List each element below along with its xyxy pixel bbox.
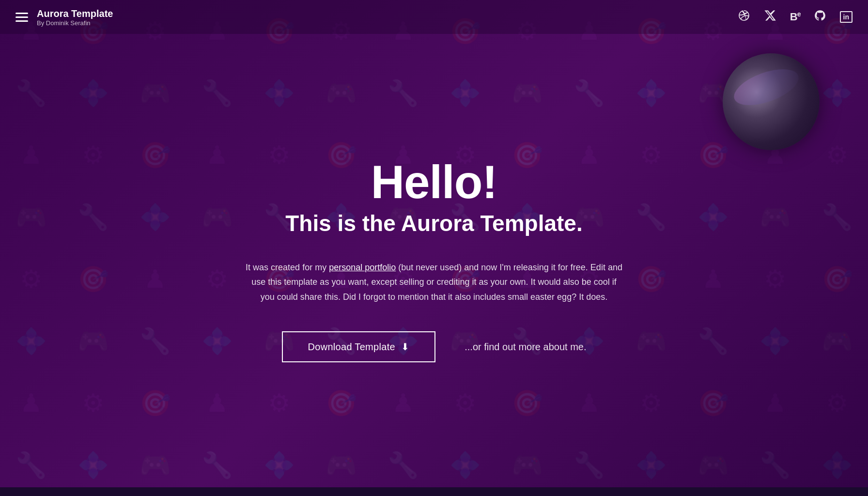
download-button-label: Download Template: [308, 341, 395, 353]
twitter-icon[interactable]: [764, 9, 776, 25]
hero-subheading: This is the Aurora Template.: [235, 210, 633, 237]
behance-icon[interactable]: Be: [790, 10, 800, 23]
download-template-button[interactable]: Download Template ⬇: [282, 331, 436, 362]
cta-row: Download Template ⬇ ...or find out more …: [235, 331, 633, 362]
navbar: Aurora Template By Dominik Serafin Be i: [0, 0, 868, 34]
description-text-before-link: It was created for my: [246, 263, 329, 272]
brand: Aurora Template By Dominik Serafin: [37, 8, 113, 27]
download-icon: ⬇: [401, 341, 409, 353]
nav-left: Aurora Template By Dominik Serafin: [16, 8, 113, 27]
hamburger-menu-button[interactable]: [16, 13, 28, 22]
bottom-bar: [0, 487, 868, 496]
planet-avatar: [723, 53, 820, 150]
brand-subtitle: By Dominik Serafin: [37, 19, 113, 27]
linkedin-icon[interactable]: in: [840, 11, 852, 23]
personal-portfolio-link[interactable]: personal portfolio: [329, 263, 396, 272]
hero-description: It was created for my personal portfolio…: [245, 260, 623, 305]
find-out-more-link[interactable]: ...or find out more about me.: [465, 341, 586, 353]
hero-heading: Hello!: [235, 159, 633, 205]
dribbble-icon[interactable]: [738, 9, 750, 25]
content-wrapper: Hello! This is the Aurora Template. It w…: [216, 159, 652, 363]
nav-social-icons: Be in: [738, 9, 852, 25]
github-icon[interactable]: [814, 9, 826, 25]
brand-title: Aurora Template: [37, 8, 113, 19]
